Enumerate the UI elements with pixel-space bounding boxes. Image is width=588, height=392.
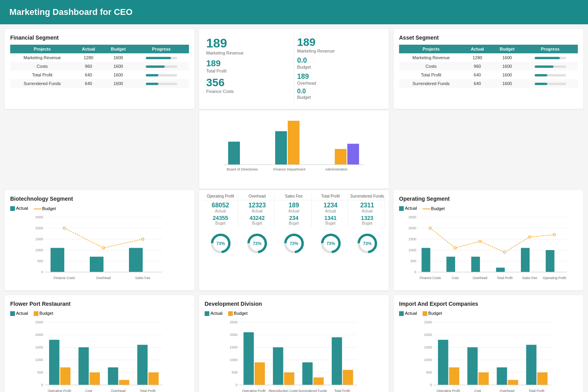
svg-text:Overhead: Overhead bbox=[111, 389, 126, 392]
metric-budget-label: Buget bbox=[203, 221, 238, 225]
col-budget: Budget bbox=[103, 45, 134, 53]
table-row: Total Profit6401600 bbox=[399, 71, 578, 79]
metric-col: Operating Profit 68052 Actual 24355 Buge… bbox=[203, 194, 238, 228]
total-profit-number: 189 bbox=[206, 58, 290, 69]
metric-budget-label: Buget bbox=[276, 221, 311, 225]
svg-rect-60 bbox=[471, 257, 480, 272]
svg-text:2000: 2000 bbox=[408, 226, 416, 230]
svg-rect-62 bbox=[521, 248, 530, 272]
svg-text:73%: 73% bbox=[216, 241, 225, 246]
svg-text:Finance Department: Finance Department bbox=[273, 167, 305, 171]
svg-point-65 bbox=[454, 247, 456, 249]
svg-text:Overhead: Overhead bbox=[96, 276, 111, 280]
center-big-label: Marketing Revenue bbox=[206, 51, 290, 55]
bio-actual-box bbox=[10, 206, 15, 211]
svg-rect-91 bbox=[108, 367, 118, 385]
svg-text:2500: 2500 bbox=[230, 320, 238, 324]
ie-actual-box bbox=[399, 311, 404, 316]
svg-text:73%: 73% bbox=[327, 241, 335, 246]
svg-rect-142 bbox=[526, 345, 536, 385]
svg-rect-3 bbox=[288, 121, 299, 165]
svg-text:0: 0 bbox=[41, 270, 43, 274]
svg-text:1000: 1000 bbox=[35, 358, 43, 362]
donut-container: 73% bbox=[240, 232, 275, 255]
metric-budget-val: 1323 bbox=[350, 215, 385, 221]
metric-header: Operating Profit bbox=[203, 194, 238, 200]
svg-rect-140 bbox=[467, 347, 477, 385]
asset-title: Asset Segment bbox=[399, 34, 578, 41]
svg-rect-118 bbox=[255, 363, 265, 385]
operating-segment-card: Operating Segment Actual Budget 05001000… bbox=[394, 190, 583, 290]
svg-rect-143 bbox=[449, 367, 459, 385]
svg-rect-58 bbox=[422, 248, 430, 272]
svg-point-68 bbox=[528, 236, 531, 238]
svg-rect-115 bbox=[273, 347, 283, 385]
bio-budget-line bbox=[34, 209, 42, 209]
svg-text:2500: 2500 bbox=[35, 320, 43, 324]
financial-title: Financial Segment bbox=[10, 34, 189, 41]
bio-legend: Actual Budget bbox=[10, 206, 189, 211]
svg-rect-139 bbox=[438, 340, 448, 385]
metric-budget-val: 234 bbox=[276, 215, 311, 221]
metric-header: Overhead bbox=[240, 194, 275, 200]
table-row: Marketing Revenue12801600 bbox=[10, 53, 189, 62]
total-profit-label: Total Profit bbox=[206, 69, 290, 73]
svg-rect-61 bbox=[496, 268, 505, 272]
dev-budget-box bbox=[228, 311, 233, 316]
svg-text:1500: 1500 bbox=[230, 345, 238, 349]
svg-rect-59 bbox=[446, 257, 455, 272]
svg-text:500: 500 bbox=[426, 370, 432, 374]
svg-text:1500: 1500 bbox=[35, 237, 43, 241]
svg-rect-63 bbox=[546, 250, 554, 272]
svg-text:73%: 73% bbox=[253, 241, 261, 246]
svg-text:1000: 1000 bbox=[230, 358, 238, 362]
svg-rect-121 bbox=[343, 370, 353, 385]
svg-rect-144 bbox=[479, 372, 489, 385]
bar-chart-top-card: Board of DirectoriesFinance DepartmentAd… bbox=[199, 111, 389, 189]
svg-text:Finance Costs: Finance Costs bbox=[419, 276, 441, 280]
fp-legend: Actual Budget bbox=[10, 311, 189, 316]
svg-text:2000: 2000 bbox=[424, 333, 432, 337]
table-row: Costs9601600 bbox=[10, 62, 189, 71]
svg-text:1000: 1000 bbox=[424, 358, 432, 362]
svg-rect-89 bbox=[49, 340, 59, 385]
svg-text:0: 0 bbox=[236, 383, 238, 387]
svg-point-25 bbox=[102, 247, 105, 249]
financial-segment-card: Financial Segment Projects Actual Budget… bbox=[5, 29, 194, 109]
svg-text:0: 0 bbox=[430, 383, 432, 387]
overhead-label: Overhead bbox=[297, 81, 382, 85]
svg-text:Administration: Administration bbox=[325, 167, 347, 171]
center-top-card: 189 Marketing Revenue 189 Total Profit 3… bbox=[199, 29, 389, 109]
svg-rect-120 bbox=[314, 377, 324, 385]
metric-header: Total Profit bbox=[313, 194, 348, 200]
svg-text:Sales Fee: Sales Fee bbox=[522, 276, 537, 280]
finance-number: 356 bbox=[206, 76, 290, 89]
svg-rect-94 bbox=[90, 372, 100, 385]
svg-text:2500: 2500 bbox=[424, 320, 432, 324]
svg-rect-117 bbox=[332, 338, 342, 385]
metric-actual-val: 189 bbox=[276, 202, 311, 209]
finance-label: Finance Costs bbox=[206, 89, 290, 94]
metric-budget-val: 43242 bbox=[240, 215, 275, 221]
svg-text:1000: 1000 bbox=[408, 248, 416, 252]
svg-text:Total Profit: Total Profit bbox=[497, 276, 513, 280]
table-row: Total Profit6401600 bbox=[10, 71, 189, 79]
fp-actual-box bbox=[10, 311, 15, 316]
svg-rect-0 bbox=[228, 142, 240, 165]
development-title: Development Division bbox=[205, 301, 383, 307]
development-card: Development Division Actual Budget 05001… bbox=[199, 295, 389, 392]
svg-text:0: 0 bbox=[41, 383, 43, 387]
table-row: Surrendered Funds6401600 bbox=[399, 79, 578, 88]
svg-text:Operating Profit: Operating Profit bbox=[242, 389, 266, 392]
svg-text:Surrendered Funds: Surrendered Funds bbox=[298, 389, 327, 392]
svg-text:500: 500 bbox=[37, 370, 43, 374]
svg-rect-146 bbox=[537, 372, 548, 385]
svg-text:500: 500 bbox=[410, 259, 416, 263]
metric-budget-label: Buget bbox=[350, 221, 385, 225]
center-right-label: Marketing Revenue bbox=[297, 49, 382, 53]
metric-budget-val: 1341 bbox=[313, 215, 348, 221]
svg-rect-22 bbox=[90, 257, 103, 272]
metric-budget-label: Buget bbox=[240, 221, 275, 225]
svg-point-26 bbox=[142, 238, 144, 240]
svg-text:Reproduction Costs: Reproduction Costs bbox=[269, 389, 298, 392]
